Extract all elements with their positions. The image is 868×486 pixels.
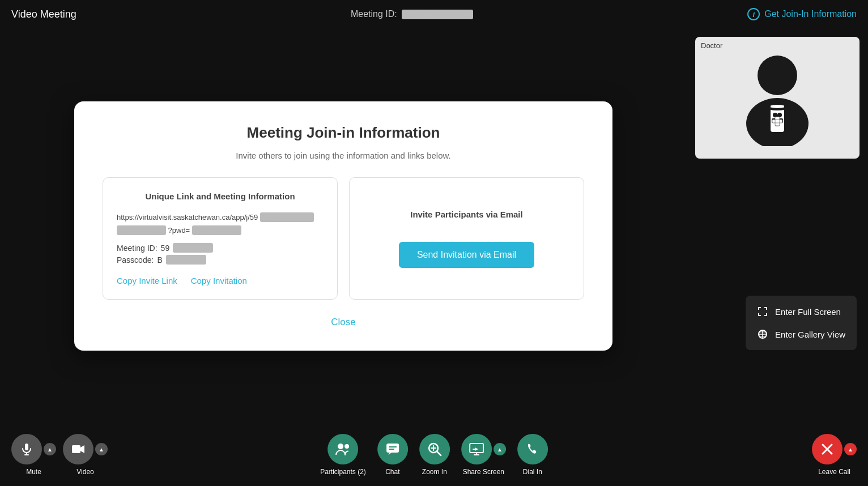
zoom-in-label: Zoom In: [422, 468, 447, 476]
toolbar-left: ▲ Mute ▲ Video: [11, 434, 108, 476]
meeting-id-display: Meeting ID: ●●●●●●●●●●●●: [351, 9, 473, 19]
share-screen-button[interactable]: [461, 434, 492, 464]
leave-call-button[interactable]: [812, 434, 843, 464]
invite-url: https://virtualvisit.saskatchewan.ca/app…: [117, 212, 324, 222]
share-screen-label: Share Screen: [463, 468, 504, 476]
video-caret-button[interactable]: ▲: [95, 443, 108, 455]
toolbar-right: ▲ Leave Call: [812, 434, 857, 476]
chat-button[interactable]: Chat: [377, 434, 408, 476]
leave-caret-button[interactable]: ▲: [844, 443, 857, 455]
fullscreen-icon: [757, 306, 768, 317]
url-pwd-redacted: ●●●●●●●●●●: [117, 225, 166, 235]
fullscreen-label: Enter Full Screen: [775, 307, 841, 317]
pwd-label: ?pwd=: [168, 226, 190, 235]
unique-link-panel: Unique Link and Meeting Information http…: [103, 177, 338, 300]
copy-invitation-button[interactable]: Copy Invitation: [191, 276, 247, 285]
get-join-info-label: Get Join-In Information: [764, 9, 857, 19]
get-join-info-button[interactable]: i Get Join-In Information: [747, 8, 857, 20]
invite-url-pwd: ●●●●●●●●●●?pwd=●●●●●●●●●●: [117, 225, 324, 235]
meeting-id-label: Meeting ID:: [117, 244, 158, 253]
chat-icon-btn[interactable]: [377, 434, 408, 464]
zoom-icon-btn[interactable]: [419, 434, 450, 464]
meeting-id-rest: ●●●●●●●●: [173, 243, 213, 253]
url-redacted: ●●●●●●●●●●●: [260, 212, 313, 222]
participants-button[interactable]: Participants (2): [320, 434, 366, 476]
chat-label: Chat: [385, 468, 399, 476]
svg-rect-40: [470, 444, 483, 453]
participants-label: Participants (2): [320, 468, 366, 476]
modal-backdrop: Meeting Join-in Information Invite other…: [0, 28, 868, 424]
svg-point-32: [344, 444, 349, 449]
toolbar: ▲ Mute ▲ Video: [0, 424, 868, 486]
participants-icon-btn[interactable]: [327, 434, 358, 464]
zoom-in-button[interactable]: Zoom In: [419, 434, 450, 476]
svg-line-37: [437, 451, 441, 455]
pwd-value-redacted: ●●●●●●●●●●: [192, 225, 241, 235]
unique-link-panel-title: Unique Link and Meeting Information: [117, 191, 324, 201]
video-button-group: ▲ Video: [63, 434, 108, 476]
fullscreen-menu-item[interactable]: Enter Full Screen: [746, 300, 857, 323]
mute-button[interactable]: [11, 434, 42, 464]
toolbar-center: Participants (2) Chat: [320, 434, 548, 476]
mute-button-group: ▲ Mute: [11, 434, 56, 476]
modal-panels: Unique Link and Meeting Information http…: [103, 177, 584, 300]
dial-in-icon-btn[interactable]: [517, 434, 548, 464]
email-panel-title: Invite Participants via Email: [399, 210, 534, 219]
main-video-area: Doctor: [0, 28, 868, 424]
meeting-id-start: 59: [161, 244, 170, 253]
meeting-id-label: Meeting ID:: [351, 9, 397, 19]
passcode-start: B: [157, 255, 162, 265]
meeting-id-value: ●●●●●●●●●●●●: [402, 10, 473, 19]
copy-invite-link-button[interactable]: Copy Invite Link: [117, 276, 177, 285]
video-label: Video: [76, 468, 93, 476]
svg-rect-15: [758, 307, 759, 310]
join-info-modal: Meeting Join-in Information Invite other…: [74, 101, 612, 351]
meeting-details: Meeting ID: 59 ●●●●●●●● Passcode: B ●●●●…: [117, 243, 324, 265]
header: Video Meeting Meeting ID: ●●●●●●●●●●●● i…: [0, 0, 868, 28]
app-title: Video Meeting: [11, 8, 76, 20]
gallery-label: Enter Gallery View: [775, 330, 845, 339]
send-email-button[interactable]: Send Invitation via Email: [399, 242, 534, 268]
close-modal-button[interactable]: Close: [103, 317, 584, 328]
email-invite-panel: Invite Participants via Email Send Invit…: [349, 177, 584, 300]
modal-subtitle: Invite others to join using the informat…: [103, 151, 584, 160]
info-icon: i: [747, 8, 760, 20]
leave-call-button-group: ▲ Leave Call: [812, 434, 857, 476]
gallery-view-menu-item[interactable]: Enter Gallery View: [746, 323, 857, 346]
svg-rect-33: [386, 444, 399, 453]
svg-rect-21: [766, 313, 767, 316]
modal-title: Meeting Join-in Information: [103, 124, 584, 142]
mute-caret-button[interactable]: ▲: [44, 443, 56, 455]
view-menu: Enter Full Screen Enter Gallery View: [746, 296, 857, 350]
url-prefix: https://virtualvisit.saskatchewan.ca/app…: [117, 213, 258, 221]
doctor-label: Doctor: [701, 41, 722, 50]
svg-rect-30: [72, 445, 80, 453]
svg-rect-27: [25, 444, 28, 450]
copy-links: Copy Invite Link Copy Invitation: [117, 276, 324, 285]
mute-label: Mute: [26, 468, 41, 476]
dial-in-label: Dial In: [523, 468, 542, 476]
share-screen-button-group: ▲ Share Screen: [461, 434, 506, 476]
share-caret-button[interactable]: ▲: [493, 443, 506, 455]
passcode-rest: ●●●●●●●●: [166, 255, 206, 265]
svg-rect-19: [758, 313, 759, 316]
leave-call-label: Leave Call: [818, 468, 850, 476]
dial-in-button[interactable]: Dial In: [517, 434, 548, 476]
gallery-icon: [757, 329, 768, 340]
video-button[interactable]: [63, 434, 93, 464]
svg-rect-17: [766, 307, 767, 310]
svg-point-31: [338, 444, 343, 449]
passcode-label: Passcode:: [117, 255, 154, 265]
